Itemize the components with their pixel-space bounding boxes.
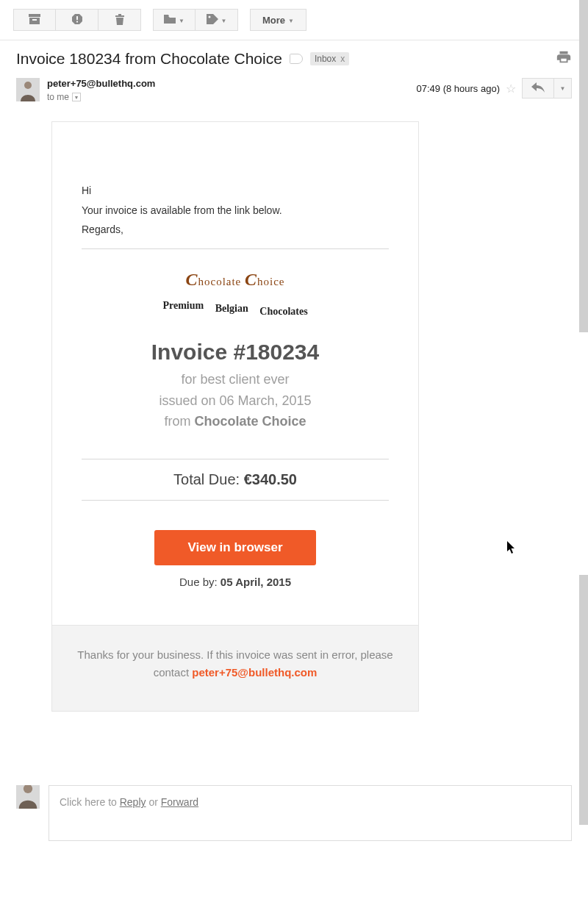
toolbar-group-1 <box>13 9 141 31</box>
intro-divider <box>82 248 389 249</box>
svg-rect-7 <box>118 14 121 15</box>
reply-link[interactable]: Reply <box>120 796 146 808</box>
show-details-button[interactable]: ▼ <box>72 93 81 101</box>
invoice-for: for best client ever <box>82 369 389 390</box>
greeting: Hi <box>82 181 389 201</box>
toolbar-group-2: ▼ ▼ <box>153 9 238 31</box>
labels-button[interactable]: ▼ <box>196 9 238 31</box>
svg-rect-2 <box>32 19 37 21</box>
folder-icon <box>164 14 176 26</box>
delete-button[interactable] <box>98 9 141 31</box>
message-body: Hi Your invoice is available from the li… <box>0 107 588 763</box>
total-label: Total Due: <box>173 471 244 487</box>
svg-rect-1 <box>29 18 40 24</box>
timestamp: 07:49 (8 hours ago) <box>417 83 500 94</box>
reply-area: Click here to Reply or Forward <box>0 763 588 885</box>
chevron-down-icon: ▼ <box>221 18 227 24</box>
subject-row: Invoice 180234 from Chocolate Choice Inb… <box>0 40 588 74</box>
more-label: More <box>262 15 285 26</box>
trash-icon <box>115 13 125 27</box>
sender-email[interactable]: peter+75@bullethq.com <box>47 78 155 89</box>
label-outline-icon[interactable] <box>290 54 303 64</box>
message-header: peter+75@bullethq.com to me ▼ 07:49 (8 h… <box>0 74 588 107</box>
remove-label-button[interactable]: x <box>340 54 345 64</box>
sender-avatar[interactable] <box>16 78 40 101</box>
svg-rect-6 <box>115 15 124 17</box>
signoff: Regards, <box>82 220 389 240</box>
invoice-title: Invoice #180234 <box>82 340 389 365</box>
chevron-down-icon: ▼ <box>179 18 184 24</box>
move-to-button[interactable]: ▼ <box>153 9 196 31</box>
intro-text: Hi Your invoice is available from the li… <box>82 181 389 249</box>
svg-point-10 <box>24 82 32 89</box>
total-due-row: Total Due: €340.50 <box>82 459 389 501</box>
forward-link[interactable]: Forward <box>161 796 198 808</box>
svg-rect-0 <box>29 14 40 17</box>
contact-email-link[interactable]: peter+75@bullethq.com <box>192 666 317 679</box>
intro-line: Your invoice is available from the link … <box>82 201 389 221</box>
svg-point-9 <box>208 15 210 18</box>
invoice-card: Hi Your invoice is available from the li… <box>51 121 419 712</box>
invoice-footer: Thanks for your business. If this invoic… <box>52 625 418 711</box>
scrollbar[interactable] <box>579 0 588 885</box>
more-reply-options-button[interactable]: ▼ <box>554 78 572 99</box>
chevron-down-icon: ▼ <box>288 18 294 24</box>
toolbar: ▼ ▼ More ▼ <box>0 0 588 40</box>
view-in-browser-button[interactable]: View in browser <box>154 530 316 565</box>
brand-logo: Chocolate Choice Premium Belgian Chocola… <box>82 270 389 315</box>
user-avatar <box>16 785 40 809</box>
inbox-label-chip: Inbox x <box>310 52 349 65</box>
reply-button[interactable] <box>522 78 554 99</box>
reply-input[interactable]: Click here to Reply or Forward <box>49 785 572 841</box>
svg-rect-5 <box>76 21 78 22</box>
message-meta: 07:49 (8 hours ago) ☆ ▼ <box>417 78 572 99</box>
recipient-line: to me ▼ <box>47 92 155 102</box>
archive-button[interactable] <box>13 9 56 31</box>
svg-marker-8 <box>116 18 123 25</box>
subject-text: Invoice 180234 from Chocolate Choice <box>16 50 282 68</box>
recipient-text: to me <box>47 92 69 102</box>
mouse-cursor-icon <box>507 541 517 557</box>
reply-icon <box>531 82 545 95</box>
star-button[interactable]: ☆ <box>506 82 516 96</box>
brand-name: Chocolate Choice <box>82 270 389 290</box>
more-button[interactable]: More ▼ <box>250 9 306 31</box>
spam-icon <box>71 13 83 27</box>
due-date: 05 April, 2015 <box>220 576 291 588</box>
total-amount: €340.50 <box>244 471 297 487</box>
invoice-from: from Chocolate Choice <box>82 411 389 432</box>
label-icon <box>207 14 218 26</box>
sender-block: peter+75@bullethq.com to me ▼ <box>47 78 155 102</box>
inbox-label-text: Inbox <box>315 54 336 64</box>
brand-tagline: Premium Belgian Chocolates <box>82 303 389 315</box>
svg-point-11 <box>24 785 32 793</box>
invoice-subtitle: for best client ever issued on 06 March,… <box>82 369 389 432</box>
spam-button[interactable] <box>56 9 98 31</box>
svg-rect-4 <box>76 16 78 20</box>
archive-icon <box>29 14 40 26</box>
print-button[interactable] <box>556 49 572 68</box>
due-line: Due by: 05 April, 2015 <box>82 576 389 625</box>
invoice-issued: issued on 06 March, 2015 <box>82 390 389 412</box>
